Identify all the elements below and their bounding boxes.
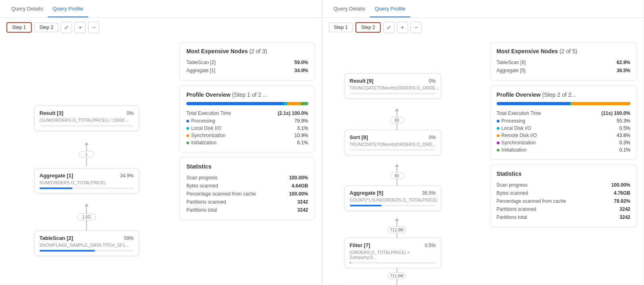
right-panel-content: 80 80 711.8M 711.8M Result	[322, 37, 644, 285]
step1-button-left[interactable]: Step 1	[6, 22, 32, 33]
svg-marker-5	[85, 203, 89, 206]
left-graph-area: 1 1.5G Result [3] 0% (SUM(ORDERS.O_TOTAL…	[0, 37, 173, 285]
right-graph-area: 80 80 711.8M 711.8M Result	[322, 37, 483, 285]
sort-node-right[interactable]: Sort [8] 0% TRUNCDATETOMonth(ORDERS.O_OR…	[345, 130, 441, 155]
left-right-panels: Most Expensive Nodes (2 of 3) TableScan …	[173, 37, 322, 285]
tab-query-profile-left[interactable]: Query Profile	[48, 1, 88, 17]
aggregate-node-right[interactable]: Aggregate [5] 36.5% COUNT(*),SUM(ORDERS.…	[345, 185, 441, 211]
result-node-bar	[39, 125, 134, 127]
profile-overview-title-right: Profile Overview (Step 2 of 2...	[497, 92, 631, 98]
zoom-in-button-right[interactable]: +	[397, 22, 408, 33]
processing-left: Processing 79.9%	[186, 117, 308, 125]
svg-rect-2	[79, 151, 94, 158]
profile-overview-card-left: Profile Overview (Step 1 of 2 ... Total …	[180, 85, 315, 152]
zoom-out-button-left[interactable]: −	[88, 22, 99, 33]
tablescan-node-left[interactable]: TableScan [2] 59% SNOWFLAKE_SAMPLE_DATA.…	[34, 231, 139, 256]
right-panel: Query Details Query Profile Step 1 Step …	[322, 0, 644, 285]
result-node-pct: 0%	[127, 110, 134, 116]
expensive-nodes-title-right: Most Expensive Nodes (2 of 5)	[497, 48, 631, 54]
result-node-header: Result [3] 0%	[39, 110, 134, 116]
tab-query-profile-right[interactable]: Query Profile	[370, 1, 410, 17]
total-execution-right: Total Execution Time (11s) 100.0%	[497, 109, 631, 117]
profile-overview-title-left: Profile Overview (Step 1 of 2 ...	[186, 92, 308, 98]
aggregate-node-subtitle: SUM(ORDERS.O_TOTALPRICE)	[39, 180, 134, 185]
tablescan-node-title: TableScan [2]	[39, 235, 73, 241]
expensive-row-1-left: TableScan [2] 59.0%	[186, 58, 308, 67]
initialization-left: Initialization 6.1%	[186, 139, 308, 146]
step2-button-right[interactable]: Step 2	[355, 22, 381, 33]
svg-rect-6	[77, 214, 96, 220]
svg-marker-9	[395, 108, 399, 111]
expensive-row-2-right: Aggregate [5] 36.5%	[497, 67, 631, 75]
svg-marker-13	[395, 164, 399, 167]
svg-rect-10	[390, 117, 404, 123]
result-node-right[interactable]: Result [9] 0% TRUNCDATETOMonth(ORDERS.O_…	[345, 73, 441, 99]
expand-button-right[interactable]: ⤢	[383, 22, 394, 33]
stat-pct-cache-left: Percentage scanned from cache 100.00%	[186, 190, 308, 198]
tablescan-node-pct: 59%	[124, 235, 134, 241]
right-tab-bar: Query Details Query Profile	[322, 0, 644, 18]
svg-text:711.8M: 711.8M	[390, 228, 403, 232]
aggregate-node-left[interactable]: Aggregate [1] 34.9% SUM(ORDERS.O_TOTALPR…	[34, 168, 139, 193]
stat-partitions-total-left: Partitions total 3242	[186, 206, 308, 214]
svg-rect-18	[388, 227, 406, 233]
zoom-in-button-left[interactable]: +	[74, 22, 86, 33]
tab-query-details-left[interactable]: Query Details	[6, 1, 48, 17]
svg-rect-14	[390, 173, 404, 179]
svg-text:1: 1	[85, 152, 88, 157]
statistics-card-right: Statistics Scan progress 100.00% Bytes s…	[490, 164, 638, 227]
processing-right: Processing 55.3%	[497, 117, 631, 125]
stat-bytes-scanned-right: Bytes scanned 4.76GB	[497, 189, 631, 197]
initialization-right: Initialization 0.1%	[497, 146, 631, 154]
svg-marker-17	[395, 218, 399, 221]
statistics-title-right: Statistics	[497, 171, 631, 177]
synchronization-left: Synchronization 10.9%	[186, 132, 308, 139]
step1-button-right[interactable]: Step 1	[329, 23, 353, 32]
stat-bytes-scanned-left: Bytes scanned 4.64GB	[186, 182, 308, 190]
result-node-title: Result [3]	[39, 110, 63, 116]
svg-text:711.8M: 711.8M	[390, 274, 403, 278]
stat-pct-cache-right: Percentage scanned from cache 78.92%	[497, 197, 631, 205]
tab-query-details-right[interactable]: Query Details	[329, 1, 370, 17]
aggregate-node-pct: 34.9%	[120, 173, 134, 179]
tablescan-node-subtitle: SNOWFLAKE_SAMPLE_DATA.TPCH_SF1...	[39, 243, 134, 248]
svg-text:80: 80	[394, 118, 399, 123]
expensive-nodes-title-left: Most Expensive Nodes (2 of 3)	[186, 48, 308, 54]
profile-overview-card-right: Profile Overview (Step 2 of 2... Total E…	[490, 85, 638, 160]
svg-text:80: 80	[394, 174, 399, 178]
right-right-panels: Most Expensive Nodes (2 of 5) TableScan …	[483, 37, 644, 285]
result-node-left[interactable]: Result [3] 0% (SUM(ORDERS.O_TOTALPRICE))…	[34, 106, 139, 131]
result-node-subtitle: (SUM(ORDERS.O_TOTALPRICE)) / 15000...	[39, 118, 134, 123]
tablescan-node-bar	[39, 250, 134, 252]
local-disk-io-left: Local Disk I/O 3.1%	[186, 125, 308, 132]
profile-bar-left	[186, 102, 308, 105]
left-tab-bar: Query Details Query Profile	[0, 0, 322, 18]
aggregate-node-bar	[39, 187, 134, 189]
right-step-controls: Step 1 Step 2 ⤢ + −	[322, 18, 644, 37]
svg-marker-1	[85, 142, 89, 145]
total-execution-left: Total Execution Time (2.1s) 100.0%	[186, 109, 308, 117]
aggregate-node-header: Aggregate [1] 34.9%	[39, 173, 134, 179]
filter-node-right[interactable]: Filter [7] 0.5% (ORDERS.O_TOTALPRICE) > …	[345, 238, 441, 268]
left-panel-content: 1 1.5G Result [3] 0% (SUM(ORDERS.O_TOTAL…	[0, 37, 322, 285]
aggregate-node-title: Aggregate [1]	[39, 173, 73, 179]
synchronization-right: Synchronization 0.3%	[497, 139, 631, 146]
expensive-row-2-left: Aggregate [1] 34.9%	[186, 67, 308, 75]
profile-bar-right	[497, 102, 631, 105]
statistics-title-left: Statistics	[186, 163, 308, 170]
left-panel: Query Details Query Profile Step 1 Step …	[0, 0, 322, 285]
step2-button-left[interactable]: Step 2	[34, 23, 59, 32]
remote-disk-io-right: Remote Disk I/O 43.8%	[497, 132, 631, 139]
expensive-row-1-right: TableScan [6] 62.9%	[497, 58, 631, 67]
svg-rect-22	[388, 273, 406, 279]
expand-button-left[interactable]: ⤢	[61, 22, 72, 33]
zoom-out-button-right[interactable]: −	[411, 22, 422, 33]
expensive-nodes-card-right: Most Expensive Nodes (2 of 5) TableScan …	[490, 42, 638, 81]
expensive-nodes-subtitle-left: (2 of 3)	[249, 48, 267, 54]
svg-text:1.5G: 1.5G	[82, 215, 91, 219]
stat-partitions-scanned-right: Partitions scanned 3242	[497, 205, 631, 213]
stat-scan-progress-left: Scan progress 100.00%	[186, 174, 308, 182]
local-disk-io-right: Local Disk I/O 0.5%	[497, 125, 631, 132]
stat-partitions-scanned-left: Partitions scanned 3242	[186, 198, 308, 206]
statistics-card-left: Statistics Scan progress 100.00% Bytes s…	[180, 157, 315, 220]
